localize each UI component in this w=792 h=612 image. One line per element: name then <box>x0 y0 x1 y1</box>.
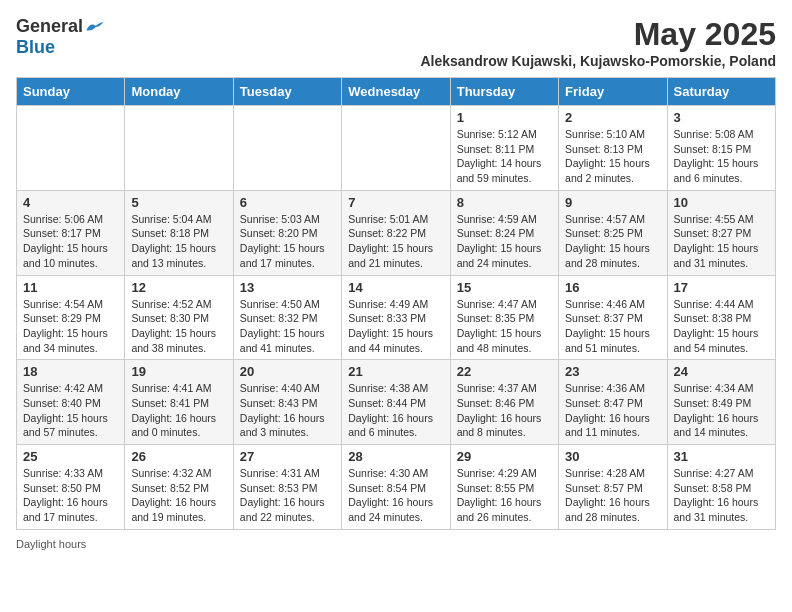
day-number: 15 <box>457 280 552 295</box>
day-info: Sunrise: 4:54 AM Sunset: 8:29 PM Dayligh… <box>23 297 118 356</box>
day-info: Sunrise: 4:37 AM Sunset: 8:46 PM Dayligh… <box>457 381 552 440</box>
calendar-cell: 3Sunrise: 5:08 AM Sunset: 8:15 PM Daylig… <box>667 106 775 191</box>
calendar-cell: 12Sunrise: 4:52 AM Sunset: 8:30 PM Dayli… <box>125 275 233 360</box>
day-info: Sunrise: 5:06 AM Sunset: 8:17 PM Dayligh… <box>23 212 118 271</box>
day-number: 26 <box>131 449 226 464</box>
day-number: 30 <box>565 449 660 464</box>
calendar-cell: 18Sunrise: 4:42 AM Sunset: 8:40 PM Dayli… <box>17 360 125 445</box>
calendar-cell: 10Sunrise: 4:55 AM Sunset: 8:27 PM Dayli… <box>667 190 775 275</box>
calendar-cell: 29Sunrise: 4:29 AM Sunset: 8:55 PM Dayli… <box>450 445 558 530</box>
day-number: 25 <box>23 449 118 464</box>
day-info: Sunrise: 4:41 AM Sunset: 8:41 PM Dayligh… <box>131 381 226 440</box>
day-info: Sunrise: 4:36 AM Sunset: 8:47 PM Dayligh… <box>565 381 660 440</box>
calendar-header-thursday: Thursday <box>450 78 558 106</box>
calendar-header-row: SundayMondayTuesdayWednesdayThursdayFrid… <box>17 78 776 106</box>
day-info: Sunrise: 4:50 AM Sunset: 8:32 PM Dayligh… <box>240 297 335 356</box>
day-number: 20 <box>240 364 335 379</box>
calendar-cell: 25Sunrise: 4:33 AM Sunset: 8:50 PM Dayli… <box>17 445 125 530</box>
calendar-cell: 4Sunrise: 5:06 AM Sunset: 8:17 PM Daylig… <box>17 190 125 275</box>
calendar-cell: 2Sunrise: 5:10 AM Sunset: 8:13 PM Daylig… <box>559 106 667 191</box>
day-info: Sunrise: 4:28 AM Sunset: 8:57 PM Dayligh… <box>565 466 660 525</box>
day-info: Sunrise: 4:40 AM Sunset: 8:43 PM Dayligh… <box>240 381 335 440</box>
day-info: Sunrise: 4:57 AM Sunset: 8:25 PM Dayligh… <box>565 212 660 271</box>
day-info: Sunrise: 4:52 AM Sunset: 8:30 PM Dayligh… <box>131 297 226 356</box>
day-number: 16 <box>565 280 660 295</box>
day-info: Sunrise: 5:12 AM Sunset: 8:11 PM Dayligh… <box>457 127 552 186</box>
calendar-cell: 14Sunrise: 4:49 AM Sunset: 8:33 PM Dayli… <box>342 275 450 360</box>
calendar-cell: 23Sunrise: 4:36 AM Sunset: 8:47 PM Dayli… <box>559 360 667 445</box>
day-number: 14 <box>348 280 443 295</box>
calendar-header-monday: Monday <box>125 78 233 106</box>
calendar-cell: 24Sunrise: 4:34 AM Sunset: 8:49 PM Dayli… <box>667 360 775 445</box>
day-info: Sunrise: 4:32 AM Sunset: 8:52 PM Dayligh… <box>131 466 226 525</box>
day-info: Sunrise: 4:33 AM Sunset: 8:50 PM Dayligh… <box>23 466 118 525</box>
day-number: 19 <box>131 364 226 379</box>
day-number: 1 <box>457 110 552 125</box>
day-number: 12 <box>131 280 226 295</box>
day-info: Sunrise: 4:47 AM Sunset: 8:35 PM Dayligh… <box>457 297 552 356</box>
calendar-cell: 8Sunrise: 4:59 AM Sunset: 8:24 PM Daylig… <box>450 190 558 275</box>
calendar-cell: 17Sunrise: 4:44 AM Sunset: 8:38 PM Dayli… <box>667 275 775 360</box>
day-number: 24 <box>674 364 769 379</box>
calendar-cell: 11Sunrise: 4:54 AM Sunset: 8:29 PM Dayli… <box>17 275 125 360</box>
calendar-cell <box>125 106 233 191</box>
calendar-header-wednesday: Wednesday <box>342 78 450 106</box>
day-info: Sunrise: 4:27 AM Sunset: 8:58 PM Dayligh… <box>674 466 769 525</box>
day-info: Sunrise: 5:03 AM Sunset: 8:20 PM Dayligh… <box>240 212 335 271</box>
day-info: Sunrise: 4:44 AM Sunset: 8:38 PM Dayligh… <box>674 297 769 356</box>
day-info: Sunrise: 4:59 AM Sunset: 8:24 PM Dayligh… <box>457 212 552 271</box>
day-info: Sunrise: 4:49 AM Sunset: 8:33 PM Dayligh… <box>348 297 443 356</box>
day-info: Sunrise: 5:01 AM Sunset: 8:22 PM Dayligh… <box>348 212 443 271</box>
calendar-week-row: 4Sunrise: 5:06 AM Sunset: 8:17 PM Daylig… <box>17 190 776 275</box>
month-title: May 2025 <box>420 16 776 53</box>
calendar-cell: 9Sunrise: 4:57 AM Sunset: 8:25 PM Daylig… <box>559 190 667 275</box>
day-info: Sunrise: 4:30 AM Sunset: 8:54 PM Dayligh… <box>348 466 443 525</box>
day-number: 4 <box>23 195 118 210</box>
day-number: 17 <box>674 280 769 295</box>
day-number: 28 <box>348 449 443 464</box>
day-info: Sunrise: 4:38 AM Sunset: 8:44 PM Dayligh… <box>348 381 443 440</box>
day-number: 29 <box>457 449 552 464</box>
day-info: Sunrise: 5:04 AM Sunset: 8:18 PM Dayligh… <box>131 212 226 271</box>
calendar-week-row: 18Sunrise: 4:42 AM Sunset: 8:40 PM Dayli… <box>17 360 776 445</box>
calendar-cell: 21Sunrise: 4:38 AM Sunset: 8:44 PM Dayli… <box>342 360 450 445</box>
day-number: 18 <box>23 364 118 379</box>
day-info: Sunrise: 4:42 AM Sunset: 8:40 PM Dayligh… <box>23 381 118 440</box>
day-info: Sunrise: 4:46 AM Sunset: 8:37 PM Dayligh… <box>565 297 660 356</box>
day-number: 8 <box>457 195 552 210</box>
calendar-cell: 15Sunrise: 4:47 AM Sunset: 8:35 PM Dayli… <box>450 275 558 360</box>
day-number: 3 <box>674 110 769 125</box>
calendar-subtitle: Aleksandrow Kujawski, Kujawsko-Pomorskie… <box>420 53 776 69</box>
day-info: Sunrise: 4:31 AM Sunset: 8:53 PM Dayligh… <box>240 466 335 525</box>
calendar-header-saturday: Saturday <box>667 78 775 106</box>
calendar-header-tuesday: Tuesday <box>233 78 341 106</box>
calendar-cell <box>17 106 125 191</box>
calendar-header-friday: Friday <box>559 78 667 106</box>
page-header: General Blue May 2025 Aleksandrow Kujaws… <box>16 16 776 69</box>
day-number: 23 <box>565 364 660 379</box>
calendar-cell <box>342 106 450 191</box>
day-number: 6 <box>240 195 335 210</box>
calendar-cell: 19Sunrise: 4:41 AM Sunset: 8:41 PM Dayli… <box>125 360 233 445</box>
calendar-cell: 6Sunrise: 5:03 AM Sunset: 8:20 PM Daylig… <box>233 190 341 275</box>
calendar-cell: 16Sunrise: 4:46 AM Sunset: 8:37 PM Dayli… <box>559 275 667 360</box>
day-number: 31 <box>674 449 769 464</box>
calendar-cell: 1Sunrise: 5:12 AM Sunset: 8:11 PM Daylig… <box>450 106 558 191</box>
day-info: Sunrise: 5:10 AM Sunset: 8:13 PM Dayligh… <box>565 127 660 186</box>
day-info: Sunrise: 4:55 AM Sunset: 8:27 PM Dayligh… <box>674 212 769 271</box>
calendar-cell: 13Sunrise: 4:50 AM Sunset: 8:32 PM Dayli… <box>233 275 341 360</box>
daylight-hours-label: Daylight hours <box>16 538 86 550</box>
day-number: 9 <box>565 195 660 210</box>
logo-bird-icon <box>85 17 105 37</box>
logo-general-text: General <box>16 16 83 37</box>
logo: General Blue <box>16 16 105 58</box>
day-number: 2 <box>565 110 660 125</box>
calendar-footer: Daylight hours <box>16 538 776 550</box>
day-number: 11 <box>23 280 118 295</box>
day-number: 7 <box>348 195 443 210</box>
calendar-cell: 27Sunrise: 4:31 AM Sunset: 8:53 PM Dayli… <box>233 445 341 530</box>
calendar-cell: 7Sunrise: 5:01 AM Sunset: 8:22 PM Daylig… <box>342 190 450 275</box>
calendar-cell: 31Sunrise: 4:27 AM Sunset: 8:58 PM Dayli… <box>667 445 775 530</box>
calendar-cell: 5Sunrise: 5:04 AM Sunset: 8:18 PM Daylig… <box>125 190 233 275</box>
day-number: 22 <box>457 364 552 379</box>
